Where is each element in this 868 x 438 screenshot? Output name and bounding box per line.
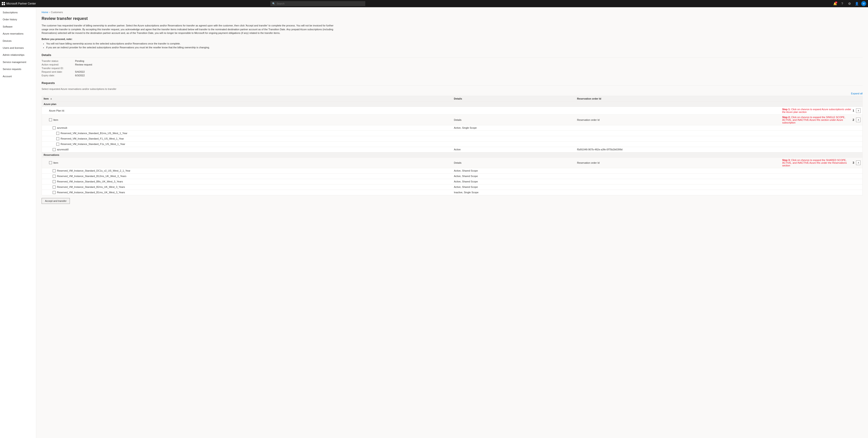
requests-section: Requests Select requested Azure reservat…	[41, 81, 863, 204]
user-icon[interactable]: 👤	[854, 1, 860, 6]
res-item-4-name: Reserved_VM_Instance_Standard_B1ms_UK_We…	[57, 191, 125, 194]
breadcrumb-separator: ›	[49, 11, 50, 13]
col-header-reservation-order-id: Reservation order Id	[575, 96, 780, 101]
azuresub-subscription-row: azuresub Active, Single Scope	[42, 125, 863, 131]
res-item-row-4: Reserved_VM_Instance_Standard_B1ms_UK_We…	[42, 190, 863, 195]
step1-annotation: Step 1: Click on chevron to expand Azure…	[782, 108, 851, 113]
breadcrumb: Home › Customers	[41, 11, 863, 13]
notes-list: You will not have billing ownership acce…	[41, 42, 863, 50]
col-resorder-sub: Reservation order Id	[575, 114, 780, 125]
sidebar-item-devices[interactable]: Devices	[0, 37, 36, 44]
reservations-col-details: Details	[452, 157, 575, 168]
app-logo: Microsoft Partner Center	[2, 2, 36, 5]
res-item-0-resorder	[575, 168, 780, 173]
notifications-icon[interactable]: 🔔 14	[832, 1, 838, 6]
note-item-2: If you are an indirect provider for the …	[46, 45, 863, 50]
transfer-request-id-label: Transfer request ID:	[41, 67, 73, 70]
reservation-1-name: Reserved_VM_Instance_Standard_F1_US_West…	[61, 137, 124, 140]
azuresub0-checkbox[interactable]	[53, 148, 56, 151]
expand-all-link[interactable]: Expand all	[851, 92, 863, 95]
col-details-sub: Details	[452, 114, 575, 125]
search-input[interactable]	[277, 2, 364, 5]
sidebar-item-azure-reservations[interactable]: Azure reservations	[0, 30, 36, 37]
reservation-1-checkbox[interactable]	[56, 137, 59, 140]
step3-annotation: Step 3: Click on chevron to expand the S…	[782, 159, 851, 167]
azuresub0-name: azuresub0	[57, 148, 68, 151]
reservation-row-0: Reserved_VM_Instance_Standard_B1ms_US_We…	[42, 131, 863, 136]
azuresub0-reservation-order-id: f5d91048-907b-482e-a3fe-0f75b2b6399d	[575, 147, 780, 152]
detail-transfer-request-id: Transfer request ID:	[41, 67, 863, 70]
res-item-1-checkbox[interactable]	[53, 175, 56, 178]
notes-section: Before you proceed, note: You will not h…	[41, 38, 863, 50]
item-sort-icon[interactable]: ▲	[50, 98, 52, 100]
reservation-row-1: Reserved_VM_Instance_Standard_F1_US_West…	[42, 136, 863, 141]
layout: Subscriptions Order history Software Azu…	[0, 7, 868, 438]
step2-annotation: Step 2: Click on chevron to expand the S…	[782, 116, 851, 124]
azuresub-checkbox[interactable]	[49, 118, 52, 121]
sidebar-item-users-licenses[interactable]: Users and licenses	[0, 44, 36, 52]
res-item-row-3: Reserved_VM_Instance_Standard_B2ms_UK_We…	[42, 184, 863, 190]
res-item-1-details: Active, Shared Scope	[452, 173, 575, 179]
azure-plan-group-header: Azure plan	[42, 101, 863, 107]
res-item-1-resorder	[575, 173, 780, 179]
main-content: Home › Customers Review transfer request…	[36, 7, 868, 438]
res-item-2-name: Reserved_VM_Instance_Standard_B8s_UK_Wes…	[57, 180, 123, 183]
expiry-date-value: 6/3/2022	[75, 74, 85, 77]
col-header-item: Item ▲	[42, 96, 452, 101]
settings-icon[interactable]: ⚙	[847, 1, 852, 6]
res-item-3-name: Reserved_VM_Instance_Standard_B2ms_UK_We…	[57, 186, 125, 188]
res-item-4-checkbox[interactable]	[53, 191, 56, 194]
app-title: Microsoft Partner Center	[6, 2, 36, 5]
res-item-0-checkbox[interactable]	[53, 169, 56, 172]
table-toolbar: Expand all	[41, 92, 863, 95]
breadcrumb-home[interactable]: Home	[41, 11, 48, 13]
request-sent-date-label: Request sent date:	[41, 70, 73, 73]
sidebar-item-subscriptions[interactable]: Subscriptions	[0, 9, 36, 16]
reservations-group-header: Reservations	[42, 152, 863, 157]
details-section: Details Transfer status: Pending Action …	[41, 53, 863, 77]
res-item-3-checkbox[interactable]	[53, 186, 56, 189]
transfer-status-value: Pending	[75, 60, 84, 62]
reservations-header-checkbox[interactable]	[49, 161, 52, 164]
details-title: Details	[41, 53, 863, 58]
detail-transfer-status: Transfer status: Pending	[41, 60, 863, 62]
notes-heading: Before you proceed, note:	[41, 38, 863, 40]
help-icon[interactable]: ?	[839, 1, 845, 6]
sidebar-item-software[interactable]: Software	[0, 23, 36, 30]
reservations-group-label: Reservations	[43, 154, 59, 156]
sidebar-item-service-management[interactable]: Service management	[0, 59, 36, 66]
col-item-sub: Item	[53, 119, 58, 121]
azure-plan-id-cell: Azure Plan Id:	[42, 107, 452, 114]
reservations-chevron-button[interactable]: ∧	[856, 161, 861, 165]
reservations-col-item: Item	[53, 161, 58, 164]
sidebar-item-service-requests[interactable]: Service requests	[0, 66, 36, 73]
accept-transfer-button[interactable]: Accept and transfer	[41, 198, 70, 204]
requests-table: Item ▲ Details Reservation order Id	[41, 96, 863, 195]
sidebar-item-admin-relationships[interactable]: Admin relationships	[0, 52, 36, 59]
res-item-row-0: Reserved_VM_Instance_Standard_DC1s_v2_US…	[42, 168, 863, 173]
sidebar-item-order-history[interactable]: Order history	[0, 16, 36, 23]
requests-description: Select requested Azure reservations and/…	[41, 88, 863, 90]
avatar[interactable]: M	[861, 1, 866, 6]
expiry-date-label: Expiry date:	[41, 74, 73, 77]
azure-plan-id-row: Azure Plan Id: Step 1: Click on chevron …	[42, 107, 863, 114]
reservation-2-checkbox[interactable]	[56, 143, 59, 146]
sidebar-item-account[interactable]: Account	[0, 73, 36, 80]
reservation-row-2: Reserved_VM_Instance_Standard_F1s_US_Wes…	[42, 141, 863, 147]
note-item-1: You will not have billing ownership acce…	[46, 42, 863, 46]
azuresub-sub-checkbox[interactable]	[53, 127, 56, 129]
reservation-0-checkbox[interactable]	[56, 132, 59, 135]
res-item-2-checkbox[interactable]	[53, 180, 56, 183]
topbar: Microsoft Partner Center 🔍 🔔 14 ? ⚙ 👤 M	[0, 0, 868, 7]
azure-plan-chevron-button[interactable]: ∧	[856, 108, 861, 113]
res-item-2-details: Active, Shared Scope	[452, 179, 575, 184]
azuresub-details: Active, Single Scope	[452, 125, 575, 131]
col-header-chevron	[780, 96, 862, 101]
search-box[interactable]: 🔍	[270, 1, 365, 6]
step-number-2: 2	[852, 118, 854, 122]
reservation-0-name: Reserved_VM_Instance_Standard_B1ms_US_We…	[61, 132, 127, 135]
azuresub-name: azuresub	[57, 127, 67, 129]
reservation-2-name: Reserved_VM_Instance_Standard_F1s_US_Wes…	[61, 143, 125, 145]
azuresub-chevron-button[interactable]: ∧	[856, 117, 861, 122]
action-required-value: Review request	[75, 63, 92, 66]
